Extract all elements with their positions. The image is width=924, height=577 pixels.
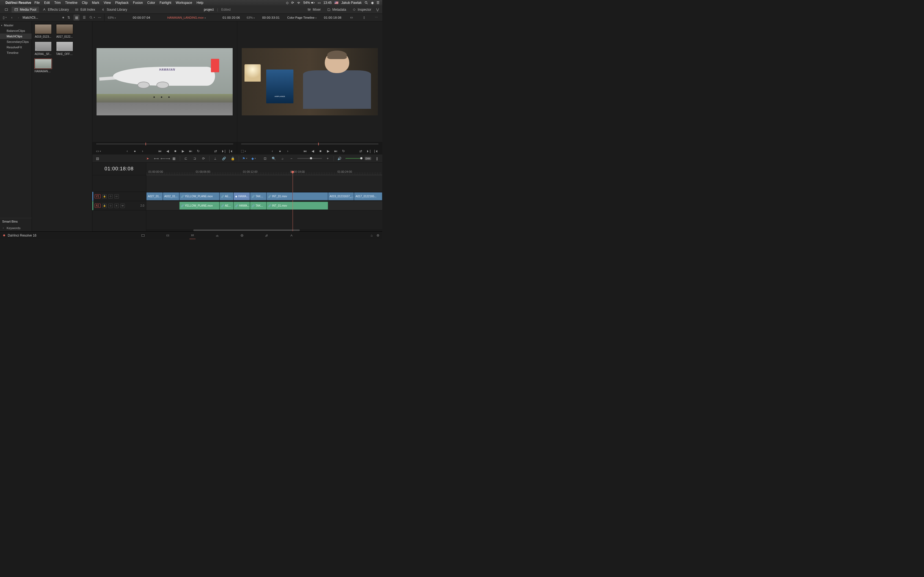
- timeline-clip[interactable]: A027_01...: [146, 192, 163, 200]
- volume-slider[interactable]: [346, 158, 362, 159]
- timeline-empty-area[interactable]: [146, 175, 383, 192]
- stop-button[interactable]: ■: [318, 149, 323, 153]
- timeline-view-options-button[interactable]: ▤: [95, 156, 101, 161]
- page-deliver-button[interactable]: [288, 233, 296, 238]
- jog-fwd-icon[interactable]: ›: [285, 149, 291, 153]
- timeline-clip[interactable]: 🔗AE...: [220, 192, 234, 200]
- status-diamond-icon[interactable]: ◇: [286, 1, 289, 5]
- prev-edit-button[interactable]: ⏵|: [366, 149, 371, 153]
- bin-resolvefx[interactable]: ResolveFX: [0, 45, 32, 50]
- source-zoom[interactable]: 63%: [108, 16, 116, 19]
- track-disable-button[interactable]: ▭: [115, 194, 119, 199]
- timeline-clip[interactable]: 🔗INT_01.mov: [267, 201, 328, 210]
- prev-frame-button[interactable]: ◀: [310, 149, 315, 153]
- menu-color[interactable]: Color: [147, 1, 155, 5]
- replace-button[interactable]: ⟳: [200, 156, 207, 161]
- dim-button[interactable]: DIM: [365, 157, 372, 160]
- user-name[interactable]: Jakub Pawlak: [341, 1, 362, 5]
- nav-forward-button[interactable]: ›: [16, 15, 21, 20]
- menu-playback[interactable]: Playback: [115, 1, 129, 5]
- single-viewer-button[interactable]: ▭: [349, 15, 354, 20]
- playhead[interactable]: [292, 171, 293, 231]
- page-fusion-button[interactable]: [213, 233, 221, 238]
- bin-breadcrumb[interactable]: MatchCli...: [23, 16, 61, 19]
- menu-help[interactable]: Help: [197, 1, 204, 5]
- menu-timeline[interactable]: Timeline: [65, 1, 78, 5]
- page-media-button[interactable]: [139, 233, 147, 238]
- timeline-clip[interactable]: 🔗YELLOW_PLANE.mov: [179, 192, 220, 200]
- match-frame-button[interactable]: ⇄: [213, 149, 218, 153]
- timeline-clip[interactable]: A017_0122165...: [354, 192, 382, 200]
- track-lock-button[interactable]: 🔒: [102, 194, 107, 199]
- effects-library-button[interactable]: Effects Library: [40, 6, 71, 13]
- zoom-in-button[interactable]: +: [325, 156, 331, 161]
- page-edit-button[interactable]: [188, 233, 197, 238]
- search-button[interactable]: [89, 15, 95, 21]
- trim-tool-button[interactable]: ⟷: [153, 156, 160, 161]
- timeline-ruler[interactable]: 01:00:00:00 01:00:06:00 01:00:12:00 01:0…: [146, 163, 383, 175]
- loop-button[interactable]: ↻: [195, 149, 201, 153]
- app-name[interactable]: DaVinci Resolve: [5, 1, 31, 5]
- goto-end-button[interactable]: ⏭: [333, 149, 339, 153]
- battery-status[interactable]: 54%: [303, 1, 315, 5]
- inspector-button[interactable]: Inspector: [349, 6, 374, 13]
- menu-workspace[interactable]: Workspace: [176, 1, 192, 5]
- play-button[interactable]: ▶: [325, 149, 331, 153]
- timeline-zoom[interactable]: 63%: [247, 16, 255, 19]
- mark-in-button[interactable]: ⏵|: [221, 149, 226, 153]
- timeline-clip[interactable]: 🔗HAWA...: [233, 201, 250, 210]
- mark-out-button[interactable]: |⏴: [228, 149, 234, 153]
- next-edit-button[interactable]: |⏴: [373, 149, 379, 153]
- sound-library-button[interactable]: Sound Library: [99, 6, 130, 13]
- track-auto-select-button[interactable]: ◇: [108, 204, 113, 208]
- clip-item[interactable]: HAWAIIAN_...: [35, 59, 52, 73]
- mute-button[interactable]: 🔊: [337, 156, 342, 161]
- jog-stop-icon[interactable]: ●: [277, 149, 283, 153]
- zoom-detail-button[interactable]: 🔍: [271, 156, 277, 161]
- resolve-logo-icon[interactable]: ✸: [3, 234, 5, 237]
- clip-item[interactable]: A017_0122...: [56, 24, 73, 38]
- track-label-a1[interactable]: A1: [95, 204, 101, 208]
- menu-fusion[interactable]: Fusion: [133, 1, 143, 5]
- media-pool-button[interactable]: Media Pool: [11, 6, 39, 13]
- nav-back-button[interactable]: ‹: [9, 15, 14, 20]
- menu-file[interactable]: File: [34, 1, 40, 5]
- dynamic-trim-button[interactable]: ⟵⟶: [162, 156, 168, 161]
- bin-secondaryclips[interactable]: SecondaryClips: [0, 39, 32, 45]
- bin-master[interactable]: Master: [0, 23, 32, 28]
- track-auto-select-button[interactable]: ◇: [108, 194, 113, 199]
- flag-button[interactable]: ⚑: [242, 156, 248, 161]
- zoom-out-button[interactable]: −: [289, 156, 294, 161]
- menu-view[interactable]: View: [104, 1, 111, 5]
- page-fairlight-button[interactable]: [263, 233, 271, 238]
- track-solo-button[interactable]: S: [115, 204, 119, 208]
- track-mute-button[interactable]: M: [120, 204, 125, 208]
- source-clip-name[interactable]: HAWAIIAN_LANDING.mov: [167, 16, 205, 19]
- timeline-viewer[interactable]: AIRPLANES: [237, 21, 382, 142]
- metadata-button[interactable]: Metadata: [324, 6, 349, 13]
- stop-button[interactable]: ■: [173, 149, 178, 153]
- track-header-v1[interactable]: V1 🔒 ◇ ▭: [92, 192, 146, 201]
- snap-button[interactable]: ⟂: [212, 156, 218, 161]
- timeline-mode-button[interactable]: ⬚: [241, 149, 246, 153]
- source-mode-button[interactable]: ▭: [96, 149, 101, 153]
- page-cut-button[interactable]: [164, 233, 172, 238]
- menu-mark[interactable]: Mark: [92, 1, 99, 5]
- blade-tool-button[interactable]: ▦: [171, 156, 177, 161]
- spotlight-icon[interactable]: [364, 1, 368, 5]
- home-button[interactable]: ⌂: [371, 234, 373, 237]
- goto-start-button[interactable]: ⏮: [302, 149, 308, 153]
- clip-item[interactable]: ♪AERIAL_SF...: [35, 42, 52, 55]
- list-view-button[interactable]: ☰: [81, 15, 87, 21]
- sort-button[interactable]: ⇅: [66, 15, 72, 21]
- goto-start-button[interactable]: ⏮: [157, 149, 163, 153]
- selection-tool-button[interactable]: ➤: [145, 156, 151, 161]
- link-button[interactable]: 🔗: [221, 156, 227, 161]
- zoom-custom-button[interactable]: ⌕: [279, 156, 286, 161]
- timeline-name[interactable]: Color Page Timeline: [288, 16, 317, 19]
- timeline-clip[interactable]: 🔗TAK...: [250, 201, 267, 210]
- lock-button[interactable]: 🔒: [230, 156, 236, 161]
- track-header-a1[interactable]: A1 🔒 ◇ S M 2.0: [92, 201, 146, 211]
- display-icon[interactable]: ▭: [318, 1, 321, 5]
- marker-button[interactable]: ◆: [250, 156, 257, 161]
